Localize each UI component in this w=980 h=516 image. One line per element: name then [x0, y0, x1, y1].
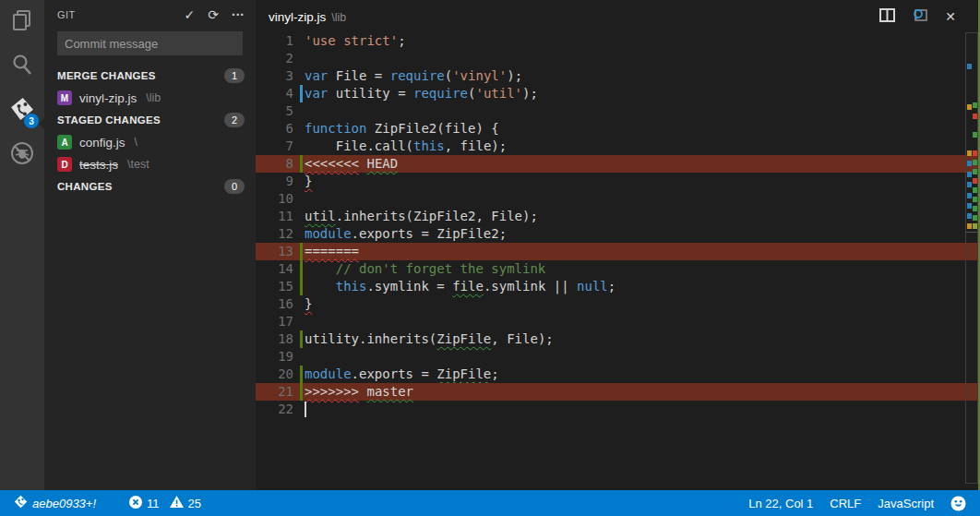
- file-status-badge: D: [57, 157, 72, 172]
- code-line-20[interactable]: 20module.exports = ZipFile;: [256, 366, 980, 383]
- code-line-4[interactable]: 4var utility = require('util');: [256, 85, 980, 102]
- sidebar-header: GIT ✓ ⟳ ···: [44, 0, 256, 28]
- line-number: 22: [256, 401, 293, 418]
- more-actions-icon[interactable]: ···: [232, 8, 245, 21]
- overview-ruler[interactable]: [965, 32, 978, 484]
- code-line-21[interactable]: 21>>>>>>> master: [256, 383, 980, 401]
- scm-section-changes[interactable]: CHANGES0: [44, 175, 256, 198]
- refresh-icon[interactable]: ⟳: [208, 8, 219, 21]
- code-line-16[interactable]: 16}: [256, 295, 980, 313]
- code-token: // don't forget the symlink: [336, 261, 546, 276]
- code-token: ;: [491, 366, 498, 381]
- git-pending-badge: 3: [24, 114, 39, 128]
- code-line-11[interactable]: 11util.inherits(ZipFile2, File);: [256, 208, 980, 225]
- line-number: 21: [256, 383, 293, 401]
- activity-bar: 3: [0, 0, 44, 490]
- git-branch-status[interactable]: aebe0933+!: [9, 490, 101, 516]
- commit-message-input[interactable]: [57, 31, 243, 55]
- code-line-10[interactable]: 10: [256, 190, 980, 208]
- section-count-badge: 2: [224, 113, 245, 127]
- ruler-marker: [973, 102, 977, 108]
- ruler-marker: [967, 193, 972, 198]
- line-content: [293, 348, 305, 366]
- search-button[interactable]: [0, 44, 44, 89]
- branch-icon: [14, 495, 28, 511]
- code-line-17[interactable]: 17: [256, 313, 980, 330]
- debug-icon: [9, 140, 35, 170]
- code-token: (: [445, 68, 452, 83]
- ruler-marker: [967, 223, 972, 229]
- code-line-19[interactable]: 19: [256, 348, 980, 366]
- line-number: 14: [256, 260, 293, 278]
- code-line-3[interactable]: 3var File = require('vinyl');: [256, 67, 980, 85]
- code-token: master: [366, 384, 413, 399]
- code-line-1[interactable]: 1'use strict';: [256, 32, 980, 50]
- line-content: [293, 401, 306, 418]
- code-token: require: [413, 86, 468, 101]
- line-number: 8: [256, 155, 293, 173]
- line-content: <<<<<<< HEAD: [293, 155, 398, 173]
- code-line-7[interactable]: 7 File.call(this, file);: [256, 138, 980, 155]
- code-token: null: [577, 279, 608, 294]
- code-line-9[interactable]: 9}: [256, 173, 980, 190]
- code-line-15[interactable]: 15 this.symlink = file.symlink || null;: [256, 278, 980, 295]
- code-line-6[interactable]: 6function ZipFile2(file) {: [256, 120, 980, 138]
- editor-tab[interactable]: vinyl-zip.js\lib: [267, 5, 879, 25]
- file-path: \: [135, 136, 137, 149]
- code-line-18[interactable]: 18utility.inherits(ZipFile, File);: [256, 330, 980, 348]
- code-token: >>>>>>>: [305, 384, 359, 399]
- feedback-smiley-icon[interactable]: [946, 490, 971, 516]
- code-token: .symlink ||: [484, 279, 577, 294]
- cursor-position[interactable]: Ln 22, Col 1: [744, 490, 818, 516]
- eol-indicator[interactable]: CRLF: [825, 490, 866, 516]
- code-token: , file);: [445, 138, 507, 153]
- scm-file-tests.js[interactable]: Dtests.js\test: [44, 153, 256, 175]
- tab-filepath: \lib: [331, 11, 346, 24]
- file-name: config.js: [79, 136, 125, 150]
- line-content: util.inherits(ZipFile2, File);: [293, 208, 538, 225]
- code-line-13[interactable]: 13=======: [256, 243, 980, 260]
- code-line-22[interactable]: 22: [256, 401, 980, 418]
- code-token: <<<<<<<: [305, 156, 359, 171]
- explorer-button[interactable]: [0, 0, 44, 44]
- line-number: 20: [256, 366, 293, 383]
- line-content: }: [293, 173, 312, 190]
- code-line-5[interactable]: 5: [256, 102, 980, 120]
- code-line-14[interactable]: 14 // don't forget the symlink: [256, 260, 980, 278]
- commit-all-icon[interactable]: ✓: [185, 8, 196, 21]
- branch-name: aebe0933+!: [32, 497, 96, 510]
- line-number: 1: [256, 32, 293, 50]
- line-number: 9: [256, 173, 293, 190]
- line-content: 'use strict';: [293, 32, 406, 50]
- problems-status[interactable]: 11 25: [125, 490, 206, 516]
- code-token: ZipFile: [436, 331, 491, 346]
- code-token: }: [305, 174, 312, 188]
- line-number: 15: [256, 278, 293, 295]
- code-line-8[interactable]: 8<<<<<<< HEAD: [256, 155, 980, 173]
- scm-file-config.js[interactable]: Aconfig.js\: [44, 131, 256, 153]
- close-icon[interactable]: ✕: [945, 9, 956, 24]
- code-token: this: [413, 138, 445, 153]
- preview-icon[interactable]: [912, 7, 928, 26]
- line-content: module.exports = ZipFile;: [293, 366, 499, 383]
- scm-section-staged-changes[interactable]: STAGED CHANGES2: [44, 109, 256, 131]
- code-line-12[interactable]: 12module.exports = ZipFile2;: [256, 225, 980, 243]
- language-mode[interactable]: JavaScript: [873, 490, 938, 516]
- git-button[interactable]: 3: [0, 89, 44, 133]
- code-token: 'util': [475, 86, 522, 101]
- tab-filename: vinyl-zip.js: [269, 10, 326, 24]
- line-content: var utility = require('util');: [293, 85, 538, 102]
- text-cursor: [305, 402, 306, 417]
- scm-file-vinyl-zip.js[interactable]: Mvinyl-zip.js\lib: [44, 87, 256, 109]
- ruler-marker: [967, 172, 972, 177]
- ruler-marker: [973, 150, 977, 156]
- split-editor-icon[interactable]: [879, 8, 895, 26]
- debug-button[interactable]: [0, 133, 44, 177]
- code-line-2[interactable]: 2: [256, 50, 980, 67]
- code-area[interactable]: 1'use strict';23var File = require('viny…: [256, 30, 980, 490]
- line-content: =======: [293, 243, 359, 260]
- section-label: MERGE CHANGES: [57, 70, 224, 81]
- code-token: function: [305, 121, 366, 136]
- scm-section-merge-changes[interactable]: MERGE CHANGES1: [44, 65, 256, 87]
- line-number: 10: [256, 190, 293, 208]
